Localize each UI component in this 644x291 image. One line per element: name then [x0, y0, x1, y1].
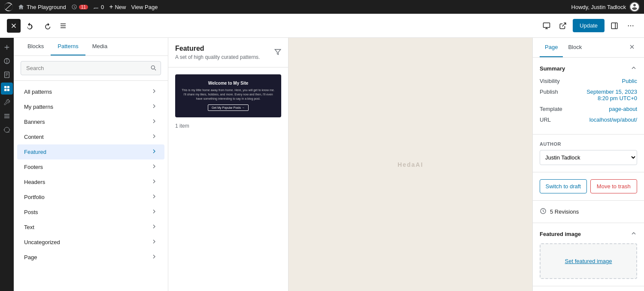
svg-point-4	[632, 25, 633, 26]
visibility-label: Visibility	[540, 78, 560, 84]
pattern-item-portfolio[interactable]: Portfolio	[17, 190, 164, 205]
featured-image-title: Featured image	[540, 231, 581, 237]
featured-panel-subtitle: A set of high quality curated patterns.	[175, 54, 260, 60]
pattern-item-all[interactable]: All patterns	[17, 84, 164, 99]
preview-desktop-button[interactable]	[540, 19, 553, 32]
external-link-button[interactable]	[556, 19, 569, 32]
set-featured-image-button[interactable]: Set featured image	[540, 243, 637, 279]
canvas-area[interactable]: HedaAI	[289, 38, 532, 291]
sidebar-item-settings2[interactable]	[1, 124, 13, 136]
pattern-item-content-label: Content	[24, 134, 44, 140]
svg-rect-1	[611, 23, 617, 29]
summary-collapse-button[interactable]	[630, 64, 637, 73]
tab-block[interactable]: Block	[563, 38, 587, 57]
chevron-all-icon	[151, 88, 158, 96]
pattern-item-text[interactable]: Text	[17, 220, 164, 235]
more-options-button[interactable]	[624, 19, 637, 32]
svg-rect-8	[7, 86, 9, 88]
sidebar-item-pages[interactable]	[1, 69, 13, 81]
sidebar-item-styles[interactable]	[1, 55, 13, 67]
pattern-item-uncategorized-label: Uncategorized	[24, 239, 60, 245]
inserter-panel: Blocks Patterns Media All patterns My pa…	[14, 38, 168, 291]
visibility-row: Visibility Public	[540, 78, 637, 84]
preview-cta-btn: Get My Popular Posts →	[208, 104, 249, 111]
close-panel-button[interactable]	[627, 42, 637, 53]
tab-blocks[interactable]: Blocks	[21, 38, 51, 55]
preview-text: This is my little home away from home. H…	[180, 88, 276, 101]
pattern-item-posts[interactable]: Posts	[17, 205, 164, 220]
featured-image-chevron-icon	[630, 230, 637, 237]
external-link-icon	[559, 22, 567, 30]
redo-icon	[43, 22, 51, 30]
svg-rect-10	[7, 89, 9, 91]
publish-value[interactable]: September 15, 2023 8:20 pm UTC+0	[581, 89, 637, 101]
chevron-posts-icon	[151, 208, 158, 216]
sidebar-item-navigation[interactable]	[1, 110, 13, 122]
filter-icon[interactable]	[274, 49, 281, 57]
close-button[interactable]	[7, 19, 21, 33]
chevron-up-icon	[630, 64, 637, 71]
desktop-icon	[543, 22, 550, 30]
pattern-item-featured[interactable]: Featured	[17, 144, 164, 159]
navigation-icon	[3, 113, 10, 119]
tab-media[interactable]: Media	[85, 38, 114, 55]
svg-rect-6	[5, 72, 9, 77]
sidebar-item-patterns[interactable]	[1, 83, 13, 95]
comments-link[interactable]: 0	[93, 4, 104, 10]
featured-items: Welcome to My Site This is my little hom…	[168, 67, 288, 291]
pattern-item-uncategorized[interactable]: Uncategorized	[17, 235, 164, 250]
pages-icon	[3, 71, 10, 78]
toggle-sidebar-button[interactable]	[608, 19, 621, 32]
update-button[interactable]: Update	[573, 19, 605, 32]
author-select[interactable]: Justin Tadlock	[540, 150, 637, 165]
chevron-portfolio-icon	[151, 193, 158, 201]
updates-link[interactable]: 11	[71, 4, 88, 10]
site-name-link[interactable]: The Playground	[18, 4, 66, 10]
svg-point-3	[630, 25, 631, 26]
plus-icon	[3, 44, 10, 51]
visibility-value[interactable]: Public	[622, 78, 637, 84]
chevron-footers-icon	[151, 163, 158, 171]
template-value[interactable]: page-about	[609, 106, 637, 112]
tools-icon	[3, 99, 10, 106]
pattern-item-page[interactable]: Page	[17, 250, 164, 265]
new-link[interactable]: + New	[109, 3, 126, 11]
redo-button[interactable]	[40, 19, 53, 32]
sidebar-item-tools[interactable]	[1, 96, 13, 108]
search-input[interactable]	[21, 61, 161, 75]
tab-page[interactable]: Page	[540, 38, 563, 57]
pattern-item-my[interactable]: My patterns	[17, 99, 164, 114]
pattern-item-portfolio-label: Portfolio	[24, 194, 45, 200]
menu-button[interactable]	[57, 19, 70, 32]
site-name: The Playground	[27, 4, 66, 10]
svg-rect-0	[544, 23, 550, 28]
svg-rect-9	[4, 89, 6, 91]
pattern-item-footers[interactable]: Footers	[17, 159, 164, 175]
view-page-link[interactable]: View Page	[131, 4, 158, 10]
author-label: AUTHOR	[540, 141, 637, 147]
revisions-section[interactable]: 5 Revisions	[533, 201, 644, 223]
wp-logo-link[interactable]	[4, 3, 13, 11]
sidebar-item-inserter[interactable]	[1, 41, 13, 53]
move-trash-button[interactable]: Move to trash	[590, 179, 638, 193]
avatar-icon	[629, 2, 640, 12]
tab-patterns[interactable]: Patterns	[51, 38, 85, 55]
summary-header: Summary	[540, 64, 637, 73]
pattern-item-featured-label: Featured	[24, 149, 46, 155]
url-row: URL localhost/wp/about/	[540, 116, 637, 123]
pattern-item-text-label: Text	[24, 224, 34, 230]
featured-image-collapse-button[interactable]	[630, 230, 637, 238]
view-page-label: View Page	[131, 4, 158, 10]
pattern-item-banners[interactable]: Banners	[17, 114, 164, 129]
updates-icon	[71, 4, 77, 10]
chevron-uncategorized-icon	[151, 238, 158, 246]
pattern-item-posts-label: Posts	[24, 209, 38, 215]
new-icon: +	[109, 3, 113, 11]
url-value[interactable]: localhost/wp/about/	[589, 116, 637, 123]
pattern-item-headers[interactable]: Headers	[17, 175, 164, 190]
switch-draft-button[interactable]: Switch to draft	[540, 179, 587, 193]
pattern-item-content[interactable]: Content	[17, 129, 164, 144]
close-panel-icon	[629, 43, 635, 50]
pattern-preview-item[interactable]: Welcome to My Site This is my little hom…	[175, 74, 281, 117]
undo-button[interactable]	[24, 19, 37, 32]
